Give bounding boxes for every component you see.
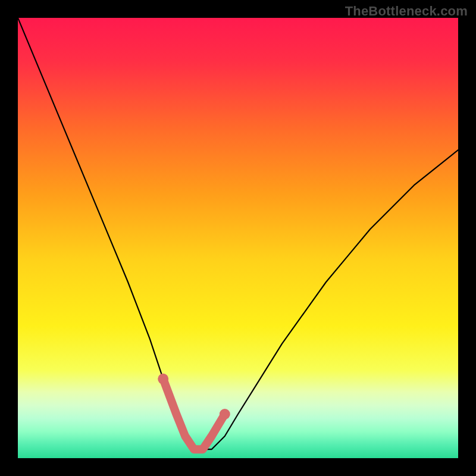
curve-layer <box>18 18 458 458</box>
plot-area <box>18 18 458 458</box>
accent-end-dot <box>158 374 168 384</box>
chart-frame: TheBottleneck.com <box>0 0 476 476</box>
watermark-text: TheBottleneck.com <box>345 4 468 19</box>
accent-bottom <box>163 379 225 449</box>
bottleneck-curve <box>18 18 458 449</box>
accent-end-dot <box>220 409 230 419</box>
